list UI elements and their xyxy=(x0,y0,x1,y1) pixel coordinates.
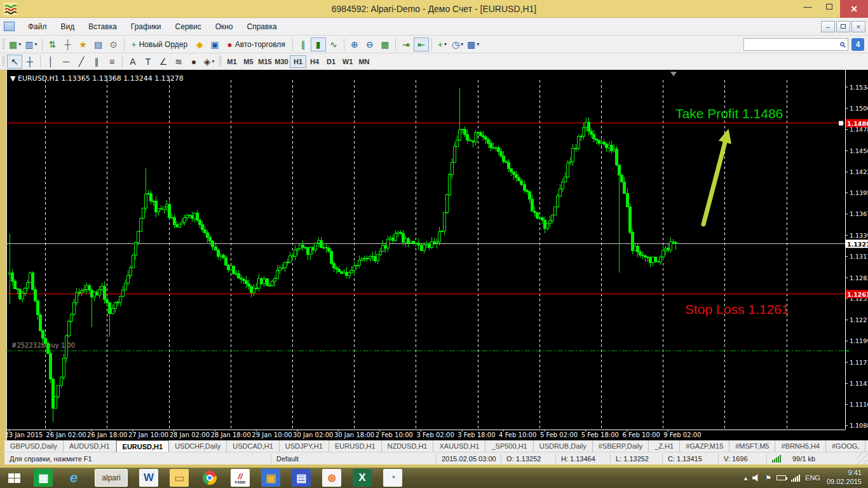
fibo-fan-tool[interactable]: ≋ xyxy=(171,55,186,69)
tab--msft-m5[interactable]: #MSFT,M5 xyxy=(729,440,775,452)
menu-service[interactable]: Сервис xyxy=(168,22,208,31)
tab-eurusd-h1[interactable]: EURUSD,H1 xyxy=(116,440,170,452)
tab-usdchf-daily[interactable]: USDCHF,Daily xyxy=(169,440,227,452)
fxdd-icon[interactable]: //FXDD xyxy=(231,469,250,487)
timeframe-mn[interactable]: MN xyxy=(356,55,372,68)
menu-file[interactable]: Файл xyxy=(21,22,54,31)
toolbar-grip[interactable] xyxy=(2,39,5,50)
close-button[interactable]: ✕ xyxy=(840,0,868,18)
community-chat-button[interactable]: 4 xyxy=(851,38,864,51)
timeframe-w1[interactable]: W1 xyxy=(339,55,356,68)
data-window-button[interactable]: ┼ xyxy=(60,37,76,51)
language-indicator[interactable]: ENG xyxy=(805,474,820,482)
tab-audusd-h1[interactable]: AUDUSD,H1 xyxy=(64,440,116,452)
timeframe-h4[interactable]: H4 xyxy=(306,55,323,68)
timeframe-m30[interactable]: M30 xyxy=(273,55,290,68)
mdi-restore-button[interactable] xyxy=(836,21,850,32)
fibonacci-tool[interactable]: ≡ xyxy=(104,55,119,69)
indicators-button[interactable]: +▾ xyxy=(435,37,450,51)
text-label-tool[interactable]: T xyxy=(140,55,156,69)
alpari-metatrader-icon[interactable]: alpari xyxy=(95,469,128,487)
periods-button[interactable]: ◷▾ xyxy=(450,37,465,51)
menu-charts[interactable]: Графики xyxy=(124,22,168,31)
timeframe-m15[interactable]: M15 xyxy=(257,55,273,68)
tab--goog-[interactable]: #GOOG, xyxy=(826,440,865,452)
file-explorer-icon[interactable]: ▭ xyxy=(170,469,189,487)
menu-insert[interactable]: Вставка xyxy=(81,22,124,31)
metaeditor-button[interactable]: ◆ xyxy=(192,37,207,51)
movie-maker-icon[interactable]: ▣ xyxy=(261,469,280,487)
stop-loss-annotation[interactable]: Stop Loss 1.1261 xyxy=(685,302,789,316)
cursor-tool[interactable]: ↖ xyxy=(7,55,22,69)
navigator-button[interactable]: ★ xyxy=(76,37,91,51)
symbol-search-input[interactable] xyxy=(747,41,840,48)
timeframe-d1[interactable]: D1 xyxy=(323,55,339,68)
menu-help[interactable]: Справка xyxy=(240,22,284,31)
autotrading-button[interactable]: ●Авто-торговля xyxy=(222,37,290,51)
bar-chart-button[interactable]: ∥ xyxy=(295,37,311,51)
terminal-button[interactable]: ▤ xyxy=(91,37,106,51)
strategy-tester-button[interactable]: ⊙ xyxy=(106,37,121,51)
tab-usdjpy-h1[interactable]: USDJPY,H1 xyxy=(280,440,329,452)
trendline-tool[interactable]: ╱ xyxy=(74,55,89,69)
market-watch-button[interactable]: ⇅ xyxy=(45,37,60,51)
mdi-minimize-button[interactable]: – xyxy=(821,21,835,32)
calculator-icon[interactable]: ▦ xyxy=(34,469,53,487)
tab-gbpusd-daily[interactable]: GBPUSD,Daily xyxy=(4,440,64,452)
fullscreen-button[interactable]: ▣ xyxy=(207,37,222,51)
chrome-icon[interactable] xyxy=(200,469,219,487)
candlestick-chart-button[interactable]: ▮ xyxy=(311,37,326,51)
excel-icon[interactable]: X xyxy=(353,469,372,487)
new-chart-button[interactable]: ▦▾ xyxy=(7,37,23,51)
tab--z-h1[interactable]: _Z,H1 xyxy=(649,440,680,452)
text-tool[interactable]: A xyxy=(125,55,140,69)
maximize-button[interactable] xyxy=(818,0,840,14)
menu-view[interactable]: Вид xyxy=(54,22,82,31)
equidistant-channel-tool[interactable]: ∥ xyxy=(89,55,104,69)
tab--brnh5-h4[interactable]: #BRNH5,H4 xyxy=(775,440,826,452)
chart-profiles-button[interactable]: ▥▾ xyxy=(23,37,39,51)
volume-icon[interactable] xyxy=(752,474,760,482)
zoom-out-button[interactable]: ⊖ xyxy=(362,37,377,51)
timeframe-h1[interactable]: H1 xyxy=(290,55,306,68)
new-order-button[interactable]: +Новый Ордер xyxy=(127,37,193,51)
tab--sp500-h1[interactable]: _SP500,H1 xyxy=(485,440,533,452)
menu-window[interactable]: Окно xyxy=(208,22,240,31)
start-button[interactable] xyxy=(0,468,28,488)
taskbar-clock[interactable]: 9:4109.02.2015 xyxy=(827,469,862,487)
internet-explorer-icon[interactable]: e xyxy=(64,469,83,487)
tab--gazp-m15[interactable]: #GAZP,M15 xyxy=(680,440,729,452)
paint-icon[interactable]: ◔ xyxy=(383,469,402,487)
auto-scroll-button[interactable]: ⇥ xyxy=(398,37,414,51)
tab--sberp-daily[interactable]: #SBERP,Daily xyxy=(593,440,649,452)
ellipse-tool[interactable]: ● xyxy=(186,55,201,69)
take-profit-annotation[interactable]: Take Profit 1.1486 xyxy=(675,106,783,121)
mdi-close-button[interactable]: × xyxy=(851,21,865,32)
show-hidden-icons-button[interactable]: ▴ xyxy=(744,474,748,482)
crosshair-tool[interactable]: ┼ xyxy=(22,55,37,69)
minimize-button[interactable]: — xyxy=(797,0,818,14)
tab-usdcad-h1[interactable]: USDCAD,H1 xyxy=(227,440,280,452)
vertical-line-tool[interactable]: │ xyxy=(43,55,58,69)
photo-viewer-icon[interactable]: ⊛ xyxy=(322,469,341,487)
tab-nzdusd-h1[interactable]: NZDUSD,H1 xyxy=(382,440,434,452)
line-chart-button[interactable]: ∿ xyxy=(326,37,341,51)
angle-tool[interactable]: ∠ xyxy=(156,55,171,69)
tab-usdrub-daily[interactable]: USDRUB,Daily xyxy=(534,440,593,452)
action-center-flag-icon[interactable]: ⚑ xyxy=(765,474,771,482)
price-chart[interactable]: 23 Jan 201526 Jan 02:0026 Jan 18:0027 Ja… xyxy=(0,70,868,440)
timeframe-m5[interactable]: M5 xyxy=(240,55,257,68)
chart-shift-button[interactable]: ⇤ xyxy=(414,37,429,51)
network-signal-icon[interactable] xyxy=(791,475,800,482)
horizontal-line-tool[interactable]: ─ xyxy=(58,55,74,69)
word-icon[interactable]: W xyxy=(139,469,158,487)
toolbar-grip[interactable] xyxy=(219,56,222,67)
floppy-save-icon[interactable]: ▤ xyxy=(292,469,311,487)
timeframe-m1[interactable]: M1 xyxy=(224,55,240,68)
toolbar-grip[interactable] xyxy=(2,56,5,67)
power-icon[interactable] xyxy=(776,475,786,480)
arrows-tool[interactable]: ◈▾ xyxy=(201,55,217,69)
templates-button[interactable]: ▩▾ xyxy=(465,37,481,51)
tile-windows-button[interactable]: ▦ xyxy=(377,37,393,51)
zoom-in-button[interactable]: ⊕ xyxy=(347,37,362,51)
